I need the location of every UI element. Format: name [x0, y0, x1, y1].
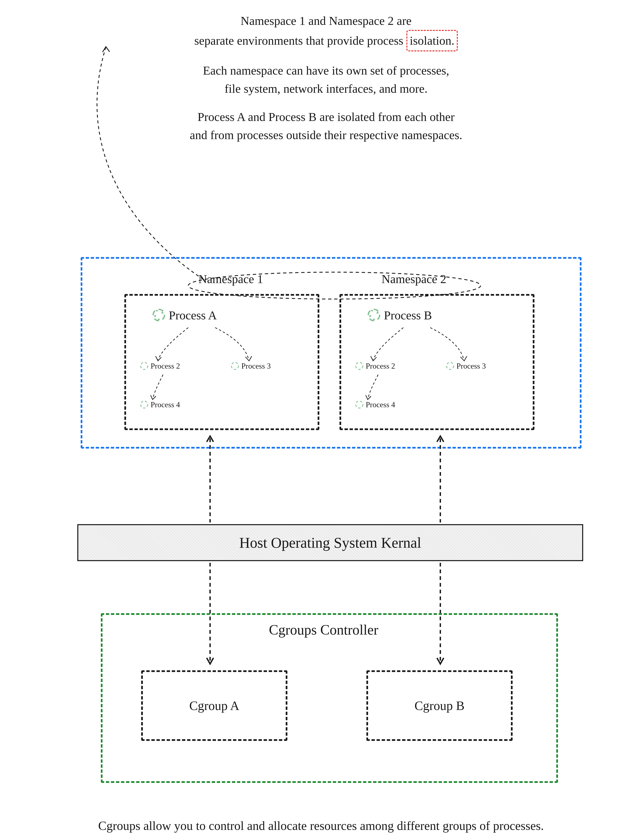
kernel-box: Host Operating System Kernal	[77, 524, 583, 561]
cgroups-title: Cgroups Controller	[269, 622, 378, 638]
kernel-label: Host Operating System Kernal	[239, 534, 422, 551]
cgroup-b-box: Cgroup B	[366, 670, 512, 741]
arrow-kernel-ns2	[432, 432, 449, 524]
footer-text: Cgroups allow you to control and allocat…	[13, 816, 629, 835]
ns2-arrows	[339, 294, 535, 430]
desc-line-1a: Namespace 1 and Namespace 2 are	[107, 12, 545, 30]
arrow-kernel-ns1	[202, 432, 219, 524]
cgroup-b-label: Cgroup B	[415, 698, 465, 713]
cgroup-a-label: Cgroup A	[189, 698, 239, 713]
cgroup-a-box: Cgroup A	[141, 670, 287, 741]
isolation-highlight: isolation.	[406, 30, 458, 52]
namespace-2-title: Namespace 2	[381, 272, 446, 286]
ns1-arrows	[124, 294, 319, 430]
diagram-canvas: Namespace 1 and Namespace 2 are separate…	[7, 7, 635, 840]
namespace-1-title: Namespace 1	[198, 272, 263, 286]
